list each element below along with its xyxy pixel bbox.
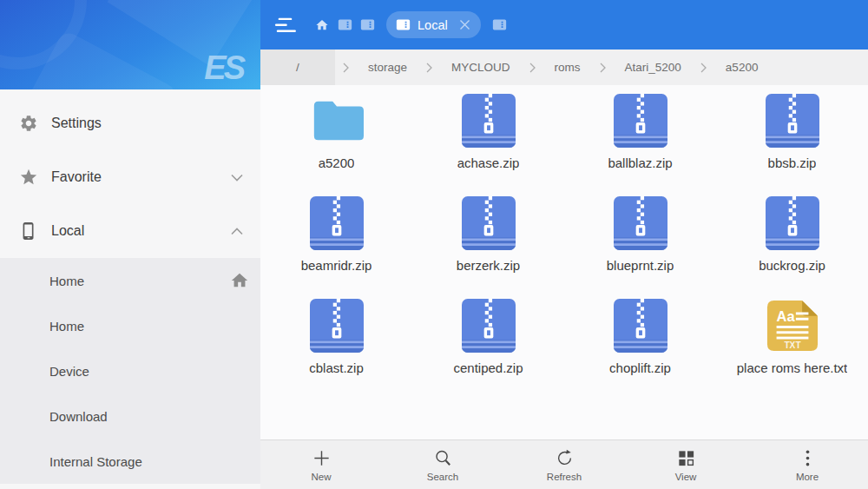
sidebar-item-download[interactable]: Download <box>0 393 260 439</box>
file-name: blueprnt.zip <box>607 258 674 273</box>
breadcrumb-segment[interactable]: storage <box>357 61 418 74</box>
file-name: ballblaz.zip <box>608 155 672 170</box>
menu-icon[interactable] <box>273 15 297 36</box>
breadcrumb-segment[interactable]: MYCLOUD <box>440 61 522 74</box>
file-tile-zip[interactable]: achase.zip <box>412 89 564 192</box>
file-name: centiped.zip <box>453 360 523 375</box>
file-name: cblast.zip <box>309 360 364 375</box>
file-tile-zip[interactable]: buckrog.zip <box>716 192 868 294</box>
gear-icon <box>19 114 38 133</box>
sidebar-item-internal-storage[interactable]: Internal Storage <box>0 439 260 484</box>
file-tile-folder[interactable]: a5200 <box>260 89 412 192</box>
top-bar: Local <box>260 0 868 50</box>
text-file-icon: Aa TXT <box>766 299 819 353</box>
sidebar-item-device[interactable]: Device <box>0 348 260 393</box>
sidebar-item-label: Download <box>49 409 249 424</box>
sidebar-item-label: Internal Storage <box>49 454 249 469</box>
file-tile-zip[interactable]: cblast.zip <box>260 294 412 397</box>
txt-icon-aa-text: Aa <box>776 308 795 324</box>
active-tab-label: Local <box>418 18 448 32</box>
sidebar-header: ES <box>0 0 260 89</box>
es-logo: ES <box>204 51 243 84</box>
chevron-right-icon <box>600 63 606 73</box>
sdcard-window-icon[interactable] <box>338 18 352 31</box>
breadcrumb-root[interactable]: / <box>260 50 335 85</box>
close-tab-icon[interactable] <box>458 18 471 31</box>
breadcrumb: / storage MYCLOUD roms Atari_5200 a5200 <box>260 50 868 85</box>
chevron-right-icon <box>700 63 707 73</box>
zip-file-icon <box>766 94 819 148</box>
tool-label: New <box>311 472 331 482</box>
search-icon <box>433 448 453 468</box>
sidebar-item-label: Device <box>49 364 249 379</box>
file-grid: a5200 achase.zip ballblaz.zip bbsb.zip b… <box>260 85 868 439</box>
active-tab-local[interactable]: Local <box>386 11 481 38</box>
search-button[interactable]: Search <box>382 440 503 489</box>
file-name: bbsb.zip <box>768 155 817 170</box>
breadcrumb-segment[interactable]: Atari_5200 <box>614 61 693 74</box>
tool-label: Search <box>427 472 458 482</box>
sidebar-item-label: Home <box>49 274 230 288</box>
sidebar-item-favorite[interactable]: Favorite <box>0 150 260 204</box>
breadcrumb-segment[interactable]: a5200 <box>714 61 770 74</box>
zip-file-icon <box>614 196 667 250</box>
view-button[interactable]: View <box>625 440 746 489</box>
sdcard-icon <box>396 18 411 31</box>
zip-file-icon <box>462 196 516 250</box>
es-file-explorer-window: ES Settings Favorite Local <box>0 0 868 489</box>
zip-file-icon <box>766 196 819 250</box>
zip-file-icon <box>310 299 364 353</box>
view-grid-icon <box>676 448 696 468</box>
new-button[interactable]: New <box>260 440 382 489</box>
home-window-icon[interactable] <box>314 18 330 32</box>
refresh-icon <box>555 448 575 468</box>
sidebar-item-label: Favorite <box>51 169 231 185</box>
file-name: place roms here.txt <box>737 360 848 375</box>
file-name: berzerk.zip <box>457 258 520 273</box>
sidebar-item-label: Home <box>49 319 249 334</box>
sdcard-window-icon[interactable] <box>360 18 375 31</box>
sidebar-item-home[interactable]: Home <box>0 258 260 303</box>
zip-file-icon <box>614 299 667 353</box>
sidebar: ES Settings Favorite Local <box>0 0 260 489</box>
zip-file-icon <box>310 196 364 250</box>
zip-file-icon <box>462 94 516 148</box>
file-tile-zip[interactable]: bbsb.zip <box>716 89 868 192</box>
chevron-right-icon <box>343 63 349 73</box>
more-dots-icon <box>798 448 818 468</box>
sidebar-item-label: Settings <box>51 116 243 131</box>
file-name: buckrog.zip <box>759 258 825 273</box>
plus-icon <box>312 448 332 468</box>
smartphone-icon <box>19 221 38 241</box>
sidebar-item-local[interactable]: Local <box>0 204 260 258</box>
sdcard-window-icon[interactable] <box>492 18 507 31</box>
zip-file-icon <box>462 299 516 353</box>
chevron-up-icon <box>231 228 243 235</box>
file-tile-txt[interactable]: Aa TXT place roms here.txt <box>716 294 868 397</box>
file-tile-zip[interactable]: centiped.zip <box>412 294 564 397</box>
main-panel: Local / storage MYCLOUD roms Atari_5200 … <box>260 0 868 489</box>
file-name: achase.zip <box>457 155 520 170</box>
window-tabs: Local <box>314 11 507 38</box>
tool-label: More <box>796 472 819 482</box>
file-name: a5200 <box>319 155 355 170</box>
chevron-down-icon <box>231 174 243 182</box>
sidebar-menu: Settings Favorite Local <box>0 89 260 258</box>
file-tile-zip[interactable]: ballblaz.zip <box>564 89 716 192</box>
file-tile-zip[interactable]: choplift.zip <box>564 294 716 397</box>
file-tile-zip[interactable]: blueprnt.zip <box>564 192 716 294</box>
more-button[interactable]: More <box>746 440 868 489</box>
txt-icon-badge: TXT <box>784 340 801 350</box>
home-icon <box>230 271 249 290</box>
file-tile-zip[interactable]: berzerk.zip <box>412 192 564 294</box>
breadcrumb-segment[interactable]: roms <box>543 61 592 74</box>
star-icon <box>19 168 38 187</box>
file-tile-zip[interactable]: beamridr.zip <box>260 192 412 294</box>
chevron-right-icon <box>426 63 432 73</box>
sidebar-item-home2[interactable]: Home <box>0 303 260 348</box>
sidebar-item-settings[interactable]: Settings <box>0 96 260 150</box>
file-name: beamridr.zip <box>301 258 372 273</box>
tool-label: Refresh <box>547 472 582 482</box>
refresh-button[interactable]: Refresh <box>503 440 625 489</box>
chevron-right-icon <box>529 63 536 73</box>
